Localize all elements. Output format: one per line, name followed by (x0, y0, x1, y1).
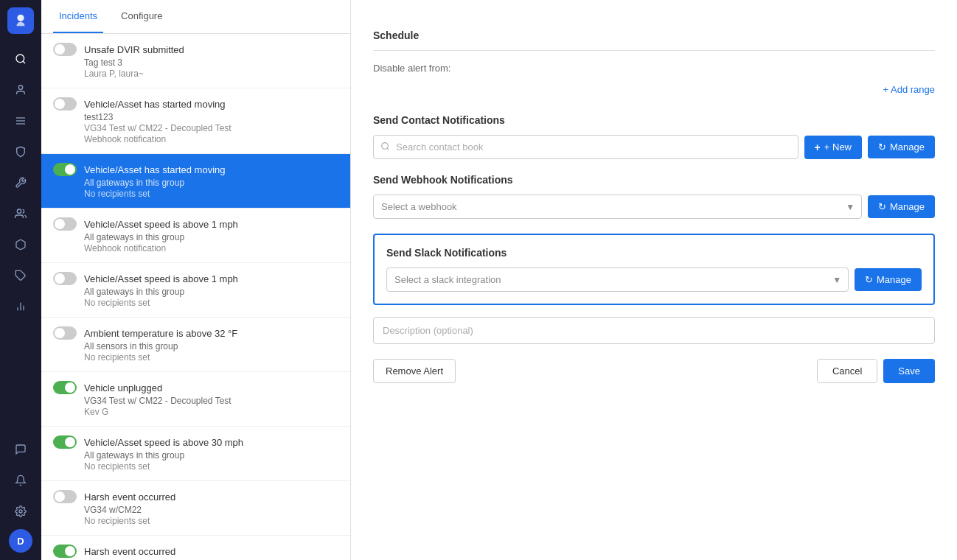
wrench-nav-icon[interactable] (7, 169, 34, 196)
incident-meta-9: No recipients set (84, 516, 338, 526)
incident-meta-2a: VG34 Test w/ CM22 - Decoupled Test (84, 123, 338, 133)
gear-nav-icon[interactable] (7, 498, 34, 525)
refresh-icon-contact: ↻ (878, 141, 886, 153)
chat-nav-icon[interactable] (7, 436, 34, 463)
svg-point-11 (19, 510, 22, 513)
incident-title-3: Vehicle/Asset has started moving (84, 164, 338, 175)
left-navigation: D (0, 0, 41, 560)
incident-item-9[interactable]: Harsh event occurred VG34 w/CM22 No reci… (41, 481, 350, 536)
incident-title-1: Unsafe DVIR submitted (84, 44, 338, 55)
incident-title-9: Harsh event occurred (84, 491, 338, 503)
incident-meta-3: No recipients set (84, 189, 338, 199)
incident-item-8[interactable]: Vehicle/Asset speed is above 30 mph All … (41, 427, 350, 481)
webhook-notifications-label: Send Webhook Notifications (373, 174, 935, 186)
plus-icon: + (815, 141, 821, 153)
incident-item-4[interactable]: Vehicle/Asset speed is above 1 mph All g… (41, 209, 350, 263)
incident-sub-1: Tag test 3 (84, 57, 338, 68)
incident-sub-8: All gateways in this group (84, 450, 338, 461)
webhook-notifications-section: Send Webhook Notifications Select a webh… (373, 174, 935, 219)
incident-meta-7: Kev G (84, 407, 338, 417)
webhook-select[interactable]: Select a webhook (373, 195, 862, 219)
bell-nav-icon[interactable] (7, 467, 34, 494)
toggle-3[interactable] (53, 163, 77, 176)
list-nav-icon[interactable] (7, 108, 34, 134)
toggle-4[interactable] (53, 217, 77, 231)
toggle-10[interactable] (53, 545, 77, 558)
shield-nav-icon[interactable] (7, 139, 34, 165)
incident-item-1[interactable]: Unsafe DVIR submitted Tag test 3 Laura P… (41, 34, 350, 88)
toggle-7[interactable] (53, 381, 77, 394)
toggle-5[interactable] (53, 272, 77, 285)
incident-sub-9: VG34 w/CM22 (84, 505, 338, 515)
top-tabs: Incidents Configure (41, 0, 350, 34)
contact-row: + + New ↻ Manage (373, 135, 935, 159)
incident-meta-5: No recipients set (84, 298, 338, 308)
slack-notifications-section: Send Slack Notifications Select a slack … (373, 234, 935, 305)
incident-item-5[interactable]: Vehicle/Asset speed is above 1 mph All g… (41, 263, 350, 318)
description-input[interactable] (373, 317, 935, 344)
chart-nav-icon[interactable] (7, 293, 34, 320)
search-contact-wrap (373, 135, 798, 159)
main-area: Incidents Configure Unsafe DVIR submitte… (41, 0, 957, 560)
configure-tab[interactable]: Configure (115, 0, 168, 33)
incidents-tab[interactable]: Incidents (53, 0, 103, 33)
incident-item-10[interactable]: Harsh event occurred All gateways in thi… (41, 536, 350, 560)
schedule-label: Schedule (373, 29, 935, 41)
manage-contact-label: Manage (890, 141, 925, 153)
manage-contact-button[interactable]: ↻ Manage (868, 136, 935, 158)
incident-title-5: Vehicle/Asset speed is above 1 mph (84, 273, 338, 284)
webhook-select-wrap: Select a webhook ▼ (373, 195, 862, 219)
incident-title-6: Ambient temperature is above 32 °F (84, 328, 338, 339)
incident-item-6[interactable]: Ambient temperature is above 32 °F All s… (41, 318, 350, 372)
cancel-button[interactable]: Cancel (817, 359, 877, 383)
incident-item-2[interactable]: Vehicle/Asset has started moving test123… (41, 88, 350, 154)
incident-meta-2b: Webhook notification (84, 134, 338, 144)
manage-slack-button[interactable]: ↻ Manage (855, 268, 922, 291)
incident-sub-2: test123 (84, 112, 338, 122)
schedule-section: Schedule Disable alert from: + Add range (373, 29, 935, 99)
toggle-6[interactable] (53, 326, 77, 340)
manage-slack-label: Manage (877, 274, 911, 285)
incident-title-2: Vehicle/Asset has started moving (84, 99, 338, 110)
user-avatar[interactable]: D (9, 529, 32, 553)
action-row: Remove Alert Cancel Save (373, 359, 935, 383)
svg-point-0 (17, 15, 24, 21)
slack-notifications-label: Send Slack Notifications (386, 247, 922, 259)
search-contact-input[interactable] (373, 135, 798, 159)
right-panel: Schedule Disable alert from: + Add range… (351, 0, 957, 560)
new-contact-button[interactable]: + + New (804, 136, 862, 159)
toggle-8[interactable] (53, 435, 77, 449)
manage-webhook-label: Manage (890, 201, 925, 212)
svg-point-2 (18, 85, 22, 89)
toggle-1[interactable] (53, 43, 77, 56)
action-right: Cancel Save (817, 359, 935, 383)
webhook-row: Select a webhook ▼ ↻ Manage (373, 195, 935, 219)
group-nav-icon[interactable] (7, 200, 34, 227)
person-nav-icon[interactable] (7, 77, 34, 103)
incident-list-panel: Incidents Configure Unsafe DVIR submitte… (41, 0, 351, 560)
contact-notifications-section: Send Contact Notifications + + New ↻ Man… (373, 114, 935, 159)
toggle-2[interactable] (53, 97, 77, 111)
incident-item-3[interactable]: Vehicle/Asset has started moving All gat… (41, 154, 350, 209)
incident-meta-8: No recipients set (84, 461, 338, 472)
box-nav-icon[interactable] (7, 231, 34, 258)
svg-point-1 (16, 55, 24, 63)
app-logo[interactable] (7, 7, 34, 34)
incident-meta-4: Webhook notification (84, 243, 338, 253)
remove-alert-button[interactable]: Remove Alert (373, 359, 456, 383)
save-button[interactable]: Save (883, 359, 935, 383)
manage-webhook-button[interactable]: ↻ Manage (868, 195, 935, 218)
incident-item-7[interactable]: Vehicle unplugged VG34 Test w/ CM22 - De… (41, 372, 350, 427)
incident-sub-6: All sensors in this group (84, 341, 338, 351)
refresh-icon-slack: ↻ (865, 274, 873, 285)
tag-nav-icon[interactable] (7, 262, 34, 289)
add-range-button[interactable]: + Add range (373, 80, 935, 99)
toggle-9[interactable] (53, 490, 77, 503)
slack-select[interactable]: Select a slack integration (386, 267, 849, 292)
new-button-label: + New (824, 141, 852, 153)
disable-alert-label: Disable alert from: (373, 63, 935, 74)
search-nav-icon[interactable] (7, 46, 34, 72)
incident-title-7: Vehicle unplugged (84, 382, 338, 393)
schedule-divider (373, 50, 935, 51)
incident-title-10: Harsh event occurred (84, 546, 338, 557)
